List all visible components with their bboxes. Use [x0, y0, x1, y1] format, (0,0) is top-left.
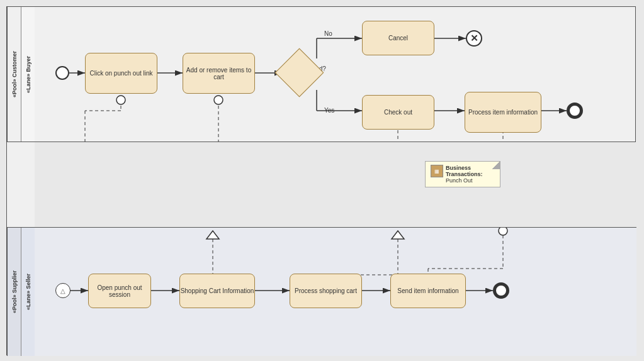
- svg-text:Yes: Yes: [324, 107, 334, 114]
- pool-customer-label: «Pool» Customer: [7, 7, 21, 142]
- pool-supplier-label: «Pool» Supplier: [7, 228, 21, 356]
- svg-marker-30: [206, 231, 219, 239]
- end-event-buyer: [567, 103, 583, 119]
- process-shopping-task[interactable]: Process shopping cart: [290, 274, 362, 308]
- note-title: Business Transactions:: [446, 165, 495, 177]
- business-note: ▦ Business Transactions: Punch Out: [425, 161, 500, 187]
- buyer-lane-content: No Yes Proceed? Click on punch out link …: [35, 7, 635, 142]
- open-punchout-task[interactable]: Open punch out session: [88, 274, 151, 308]
- svg-marker-31: [392, 231, 404, 239]
- diagram-container: «Pool» Customer «Lane» Buyer: [6, 6, 636, 355]
- note-subtitle: Punch Out: [446, 177, 495, 184]
- send-item-task[interactable]: Send item information: [390, 274, 466, 308]
- svg-point-23: [214, 96, 223, 104]
- end-cancel-event: ✕: [466, 30, 482, 47]
- start-event: [55, 66, 69, 80]
- pool-supplier: «Pool» Supplier «Lane» Seller: [7, 227, 636, 356]
- seller-lane-content: △ Open punch out session Shopping Cart I…: [35, 228, 636, 356]
- svg-point-22: [116, 96, 125, 104]
- middle-area: ▦ Business Transactions: Punch Out: [35, 142, 636, 227]
- end-event-seller: [493, 282, 509, 299]
- add-remove-task[interactable]: Add or remove items to cart: [183, 53, 255, 94]
- pool-customer: «Pool» Customer «Lane» Buyer: [7, 7, 635, 142]
- checkout-task[interactable]: Check out: [362, 95, 434, 130]
- lane-seller-label: «Lane» Seller: [21, 228, 35, 356]
- shopping-cart-task[interactable]: Shopping Cart Information: [179, 274, 255, 308]
- lane-buyer-label: «Lane» Buyer: [21, 7, 35, 142]
- cancel-task[interactable]: Cancel: [362, 21, 434, 55]
- process-item-task[interactable]: Process item information: [465, 92, 541, 133]
- click-punch-out-task[interactable]: Click on punch out link: [85, 53, 157, 94]
- svg-text:No: No: [324, 30, 332, 37]
- timer-start-event: △: [55, 283, 71, 298]
- svg-point-32: [499, 228, 507, 235]
